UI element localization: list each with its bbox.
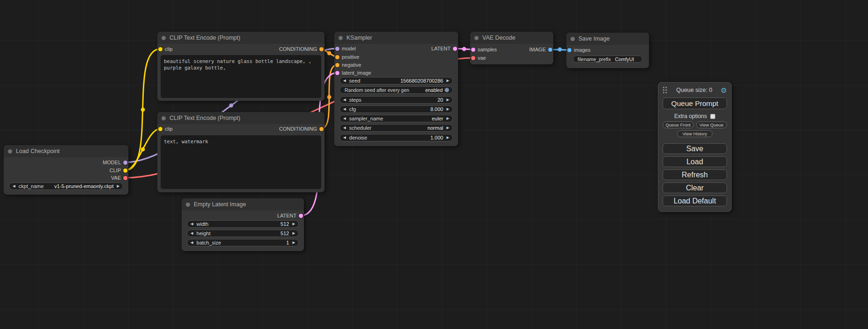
ckpt-name-widget[interactable]: ◀ ckpt_name v1-5-pruned-emaonly.ckpt ▶: [9, 182, 123, 190]
next-value-arrow-icon[interactable]: ▶: [292, 222, 295, 226]
next-value-arrow-icon[interactable]: ▶: [446, 117, 449, 120]
next-value-arrow-icon[interactable]: ▶: [446, 98, 449, 102]
node-clip-text-encode-positive[interactable]: CLIP Text Encode (Prompt) clip CONDITION…: [157, 32, 325, 101]
extra-options-checkbox[interactable]: [710, 114, 715, 119]
node-clip-text-encode-negative[interactable]: CLIP Text Encode (Prompt) clip CONDITION…: [157, 112, 325, 192]
queue-front-button[interactable]: Queue Front: [663, 121, 694, 128]
width-widget[interactable]: ◀ width 512 ▶: [187, 220, 299, 228]
model-output-port[interactable]: [123, 161, 127, 165]
filename-prefix-widget[interactable]: filename_prefix ComfyUI: [573, 56, 642, 63]
node-title-bar[interactable]: CLIP Text Encode (Prompt): [157, 32, 325, 44]
prev-value-arrow-icon[interactable]: ◀: [343, 98, 346, 102]
latent-output-port[interactable]: [453, 47, 457, 51]
vae-input-port[interactable]: [471, 56, 475, 60]
batch-size-widget[interactable]: ◀ batch_size 1 ▶: [187, 239, 299, 246]
sampler-name-widget[interactable]: ◀ sampler_name euler ▶: [339, 115, 453, 122]
slot-label: clip: [165, 126, 173, 132]
next-value-arrow-icon[interactable]: ▶: [292, 231, 295, 235]
settings-gear-icon[interactable]: ⚙: [721, 87, 727, 94]
prev-value-arrow-icon[interactable]: ◀: [343, 79, 346, 83]
prev-value-arrow-icon[interactable]: ◀: [191, 222, 193, 226]
clip-input-port[interactable]: [158, 127, 162, 131]
widget-value: normal: [428, 125, 444, 131]
node-title-bar[interactable]: VAE Decode: [470, 32, 553, 44]
node-title-bar[interactable]: Empty Latent Image: [182, 198, 304, 210]
latent-image-input-port[interactable]: [335, 71, 339, 75]
negative-input-port[interactable]: [335, 63, 339, 67]
next-value-arrow-icon[interactable]: ▶: [446, 107, 449, 111]
prev-value-arrow-icon[interactable]: ◀: [191, 241, 193, 245]
denoise-widget[interactable]: ◀ denoise 1.000 ▶: [339, 134, 453, 141]
node-empty-latent-image[interactable]: Empty Latent Image LATENT ◀ width 512 ▶ …: [182, 198, 304, 251]
wire-midpoint-dot: [558, 48, 562, 52]
next-value-arrow-icon[interactable]: ▶: [446, 79, 449, 83]
conditioning-output-port[interactable]: [319, 47, 324, 51]
node-title-text: VAE Decode: [482, 35, 515, 41]
next-value-arrow-icon[interactable]: ▶: [292, 241, 295, 245]
model-input-port[interactable]: [335, 47, 339, 51]
vae-output-port[interactable]: [123, 176, 127, 180]
node-title-bar[interactable]: Load Checkpoint: [4, 145, 128, 157]
height-widget[interactable]: ◀ height 512 ▶: [187, 230, 299, 237]
cfg-widget[interactable]: ◀ cfg 8.000 ▶: [339, 105, 453, 113]
positive-input-port[interactable]: [335, 55, 339, 59]
node-collapse-dot-icon[interactable]: [162, 36, 166, 40]
steps-widget[interactable]: ◀ steps 20 ▶: [339, 96, 453, 104]
next-value-arrow-icon[interactable]: ▶: [446, 126, 449, 130]
slot-label: LATENT: [431, 46, 451, 51]
node-title-bar[interactable]: CLIP Text Encode (Prompt): [157, 112, 325, 124]
images-input-port[interactable]: [567, 48, 572, 52]
slot-label: vae: [478, 55, 486, 61]
node-collapse-dot-icon[interactable]: [571, 37, 575, 41]
wire-midpoint-dot: [229, 104, 233, 108]
node-collapse-dot-icon[interactable]: [186, 203, 190, 207]
widget-value: 156680208700286: [400, 78, 443, 84]
save-button[interactable]: Save: [663, 143, 727, 154]
prev-value-arrow-icon[interactable]: ◀: [343, 136, 346, 140]
random-seed-toggle-widget[interactable]: Random seed after every gen enabled: [339, 86, 453, 94]
node-collapse-dot-icon[interactable]: [339, 36, 343, 40]
node-title-bar[interactable]: KSampler: [334, 32, 458, 44]
samples-input-port[interactable]: [471, 48, 475, 52]
output-slot-conditioning: CONDITIONING: [279, 46, 324, 52]
image-output-port[interactable]: [548, 48, 552, 52]
queue-prompt-button[interactable]: Queue Prompt: [663, 98, 727, 109]
slot-label: CONDITIONING: [279, 126, 317, 132]
node-graph-canvas[interactable]: Load Checkpoint MODEL CLIP VAE ◀ ckpt_na…: [0, 0, 868, 329]
slot-label: MODEL: [103, 160, 121, 165]
view-queue-button[interactable]: View Queue: [696, 121, 727, 128]
seed-widget[interactable]: ◀ seed 156680208700286 ▶: [339, 77, 453, 84]
clip-output-port[interactable]: [123, 168, 127, 173]
menu-header: Queue size: 0 ⚙: [663, 86, 727, 94]
next-value-arrow-icon[interactable]: ▶: [117, 184, 120, 188]
node-load-checkpoint[interactable]: Load Checkpoint MODEL CLIP VAE ◀ ckpt_na…: [4, 145, 128, 195]
load-button[interactable]: Load: [663, 156, 727, 167]
prev-value-arrow-icon[interactable]: ◀: [343, 107, 346, 111]
load-default-button[interactable]: Load Default: [663, 196, 727, 206]
node-collapse-dot-icon[interactable]: [162, 116, 166, 120]
clip-input-port[interactable]: [158, 47, 162, 51]
conditioning-output-port[interactable]: [319, 127, 324, 131]
scheduler-widget[interactable]: ◀ scheduler normal ▶: [339, 124, 453, 132]
prev-value-arrow-icon[interactable]: ◀: [13, 184, 15, 188]
toggle-on-indicator[interactable]: [445, 88, 449, 92]
positive-prompt-textarea[interactable]: beautiful scenery nature glass bottle la…: [161, 55, 321, 98]
negative-prompt-textarea[interactable]: text, watermark: [161, 135, 321, 189]
widget-value: 20: [438, 97, 443, 103]
clear-button[interactable]: Clear: [663, 182, 727, 193]
node-save-image[interactable]: Save Image images filename_prefix ComfyU…: [566, 33, 649, 68]
latent-output-port[interactable]: [299, 214, 303, 218]
refresh-button[interactable]: Refresh: [663, 169, 727, 180]
next-value-arrow-icon[interactable]: ▶: [446, 136, 449, 140]
node-vae-decode[interactable]: VAE Decode samples vae IMAGE: [470, 32, 553, 64]
node-ksampler[interactable]: KSampler model positive negative latent_…: [334, 32, 458, 146]
node-title-bar[interactable]: Save Image: [566, 33, 649, 45]
widget-name: ckpt_name: [19, 183, 44, 189]
prev-value-arrow-icon[interactable]: ◀: [343, 126, 346, 130]
view-history-button[interactable]: View History: [677, 130, 713, 137]
menu-drag-handle-icon[interactable]: [663, 86, 668, 94]
prev-value-arrow-icon[interactable]: ◀: [343, 117, 346, 120]
prev-value-arrow-icon[interactable]: ◀: [191, 231, 193, 235]
node-collapse-dot-icon[interactable]: [8, 149, 12, 154]
node-collapse-dot-icon[interactable]: [474, 36, 479, 40]
